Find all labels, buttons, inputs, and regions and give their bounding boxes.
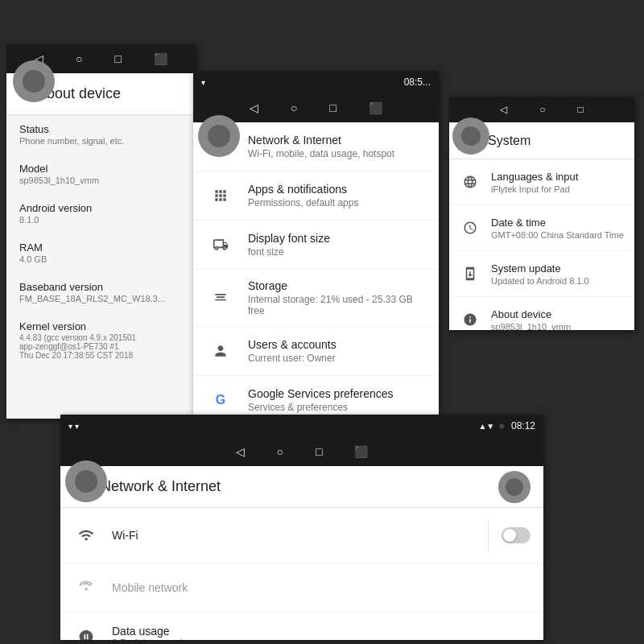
network-data-item[interactable]: Data usage 0 B of data used <box>60 613 543 640</box>
status-right: ▲▼ ◾ 08:12 <box>478 420 535 431</box>
wifi-network-icon <box>73 522 99 548</box>
settings-time: 08:5... <box>404 76 431 88</box>
languages-subtitle: iFlytek Input for Pad <box>491 184 625 194</box>
settings-display[interactable]: Display font size font size <box>193 221 439 270</box>
data-usage-icon <box>73 624 99 640</box>
system-screen: ◁ ○ □ ← System Languages & input iFlytek… <box>449 97 634 330</box>
settings-google[interactable]: G Google Services preferences Services &… <box>193 376 439 417</box>
network-title-label: Network & Internet <box>101 478 498 495</box>
system-avatar-inner <box>461 126 481 146</box>
users-title: Users & accounts <box>248 338 426 351</box>
network-mobile-item[interactable]: Mobile network <box>60 564 543 613</box>
about-subtitle-sys: sp9853l_1h10_vmm <box>491 322 625 331</box>
network-screen: ▾ ▾ ▲▼ ◾ 08:12 ◁ ○ □ ⬛ ← Network & Inter… <box>60 415 543 640</box>
network-wifi-item[interactable]: Wi-Fi <box>60 508 543 564</box>
apps-title: Apps & notifications <box>248 183 426 196</box>
mobile-network-icon <box>73 575 99 601</box>
system-home-nav[interactable]: ○ <box>539 104 545 115</box>
update-title: System update <box>491 262 625 275</box>
network-avatar-inner <box>75 470 97 493</box>
avatar-about <box>13 60 55 102</box>
wifi-item-title: Wi-Fi <box>112 529 488 542</box>
storage-icon <box>206 283 235 312</box>
update-subtitle: Updated to Android 8.1.0 <box>491 276 625 286</box>
settings-apps[interactable]: Apps & notifications Permissions, defaul… <box>193 171 439 221</box>
settings-screenshot-nav[interactable]: ⬛ <box>369 101 382 114</box>
display-subtitle: font size <box>248 246 426 258</box>
settings-home-nav[interactable]: ○ <box>291 101 297 114</box>
datetime-title: Date & time <box>491 217 625 229</box>
language-icon <box>459 167 481 196</box>
network-items-container: Wi-Fi Mobile network Data usage <box>60 508 543 640</box>
wifi-toggle-thumb <box>503 529 516 542</box>
avatar-network <box>65 460 107 502</box>
users-icon <box>206 336 235 365</box>
about-model[interactable]: Model sp9853l_1h10_vmm <box>6 155 196 194</box>
system-title-label: System <box>488 134 530 148</box>
network-back-nav[interactable]: ◁ <box>236 445 245 458</box>
storage-subtitle: Internal storage: 21% used - 25.33 GB fr… <box>248 294 426 316</box>
nav-bar-network: ◁ ○ □ ⬛ <box>60 437 543 466</box>
about-device-screen: ◁ ○ □ ⬛ ‹ About device Status Phone numb… <box>6 44 196 419</box>
settings-screen: ▾ 08:5... ◁ ○ □ ⬛ Network & Internet Wi-… <box>193 71 439 417</box>
avatar-system <box>452 118 489 155</box>
recent-nav-icon[interactable]: □ <box>115 52 122 65</box>
apps-subtitle: Permissions, default apps <box>248 197 426 208</box>
storage-title: Storage <box>248 279 426 292</box>
network-location-icon: ▾ ▾ <box>68 422 79 431</box>
network-header-avatar <box>498 471 530 503</box>
about-kernel[interactable]: Kernel version 4.4.83 (gcc version 4.9.x… <box>6 312 196 369</box>
settings-back-nav[interactable]: ◁ <box>250 101 258 114</box>
about-status[interactable]: Status Phone number, signal, etc. <box>6 115 196 155</box>
network-recent-nav[interactable]: □ <box>316 445 322 458</box>
avatar-inner <box>23 70 45 93</box>
settings-items: Network & Internet Wi-Fi, mobile, data u… <box>193 122 439 417</box>
system-update[interactable]: System update Updated to Android 8.1.0 <box>449 251 634 297</box>
settings-recent-nav[interactable]: □ <box>330 101 336 114</box>
users-subtitle: Current user: Owner <box>248 353 426 364</box>
system-recent-nav[interactable]: □ <box>578 104 584 115</box>
settings-storage[interactable]: Storage Internal storage: 21% used - 25.… <box>193 270 439 327</box>
avatar-settings <box>198 115 240 157</box>
system-about[interactable]: About device sp9853l_1h10_vmm <box>449 297 634 330</box>
about-android-version[interactable]: Android version 8.1.0 <box>6 194 196 233</box>
screenshot-nav-icon[interactable]: ⬛ <box>154 52 167 65</box>
about-ram[interactable]: RAM 4.0 GB <box>6 233 196 273</box>
display-title: Display font size <box>248 232 426 245</box>
about-items: Status Phone number, signal, etc. Model … <box>6 115 196 369</box>
wifi-divider <box>488 519 489 551</box>
network-time: 08:12 <box>511 420 535 431</box>
about-baseband[interactable]: Baseband version FM_BASE_18A_RLS2_MC_W18… <box>6 273 196 312</box>
system-datetime[interactable]: Date & time GMT+08:00 China Standard Tim… <box>449 205 634 251</box>
status-left: ▾ <box>201 78 205 87</box>
google-icon: G <box>206 386 235 415</box>
info-icon <box>459 305 481 330</box>
about-title-sys: About device <box>491 308 625 320</box>
network-screenshot-nav[interactable]: ⬛ <box>354 445 368 458</box>
mobile-item-title: Mobile network <box>112 581 530 594</box>
data-item-title: Data usage <box>112 625 530 638</box>
home-nav-icon[interactable]: ○ <box>76 52 82 65</box>
data-item-subtitle: 0 B of data used <box>112 638 530 640</box>
settings-status-bar: ▾ 08:5... <box>193 71 439 93</box>
network-status-icons: ▲▼ ◾ <box>478 422 506 431</box>
network-title: Network & Internet <box>248 134 426 147</box>
clock-icon <box>459 213 481 242</box>
update-icon <box>459 259 481 288</box>
system-languages[interactable]: Languages & input iFlytek Input for Pad <box>449 159 634 205</box>
system-items: Languages & input iFlytek Input for Pad … <box>449 159 634 330</box>
display-icon <box>206 230 235 259</box>
network-status-bar: ▾ ▾ ▲▼ ◾ 08:12 <box>60 415 543 437</box>
settings-users[interactable]: Users & accounts Current user: Owner <box>193 327 439 376</box>
network-subtitle: Wi-Fi, mobile, data usage, hotspot <box>248 148 426 159</box>
system-back-nav[interactable]: ◁ <box>500 104 507 115</box>
datetime-subtitle: GMT+08:00 China Standard Time <box>491 230 625 240</box>
settings-avatar-inner <box>208 125 230 147</box>
apps-icon <box>206 181 235 210</box>
google-title: Google Services preferences <box>248 387 426 400</box>
wifi-toggle[interactable] <box>502 527 530 543</box>
languages-title: Languages & input <box>491 171 625 183</box>
google-subtitle: Services & preferences <box>248 402 426 413</box>
network-header: ← Network & Internet <box>60 466 543 508</box>
network-home-nav[interactable]: ○ <box>277 445 283 458</box>
